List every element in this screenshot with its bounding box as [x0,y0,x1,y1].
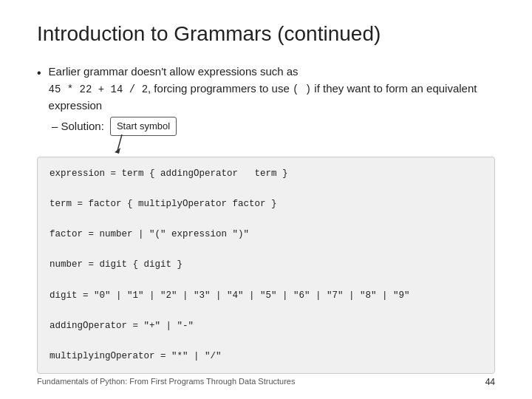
bullet-dot: • [37,64,41,82]
grammar-line-8 [50,273,482,288]
grammar-line-13: multiplyingOperator = "*" | "/" [50,349,482,364]
grammar-line-3: term = factor { multiplyOperator factor … [50,197,482,212]
bullet-code2: ( ) [293,83,311,95]
grammar-line-4 [50,211,482,227]
grammar-line-10 [50,303,482,318]
footer-text: Fundamentals of Python: From First Progr… [37,377,485,387]
slide-footer: Fundamentals of Python: From First Progr… [37,377,495,387]
grammar-box: expression = term { addingOperator term … [37,157,495,374]
grammar-line-9: digit = "0" | "1" | "2" | "3" | "4" | "5… [50,288,482,304]
grammar-line-11: addingOperator = "+" | "-" [50,318,482,334]
grammar-line-5: factor = number | "(" expression ")" [50,227,482,242]
grammar-line-1: expression = term { addingOperator term … [50,166,482,182]
grammar-line-6 [50,242,482,258]
grammar-line-2 [50,181,482,197]
slide: Introduction to Grammars (continued) • E… [0,0,532,399]
grammar-line-12 [50,333,482,349]
grammar-line-7: number = digit { digit } [50,257,482,273]
start-symbol-callout: Start symbol [110,117,177,136]
solution-label: – Solution: [52,118,104,135]
callout-arrow-icon [115,134,144,155]
bullet-text: Earlier grammar doesn't allow expression… [49,64,495,114]
slide-content: • Earlier grammar doesn't allow expressi… [37,64,495,374]
callout-text: Start symbol [117,120,170,132]
bullet-text-before-code: Earlier grammar doesn't allow expression… [49,65,299,78]
svg-line-0 [117,134,122,151]
slide-title: Introduction to Grammars (continued) [37,22,495,46]
bullet-code1: 45 * 22 + 14 / 2 [49,83,148,95]
bullet-text-middle: , forcing programmers to use [148,82,290,95]
bullet-item: • Earlier grammar doesn't allow expressi… [37,64,495,114]
footer-page: 44 [485,377,495,387]
